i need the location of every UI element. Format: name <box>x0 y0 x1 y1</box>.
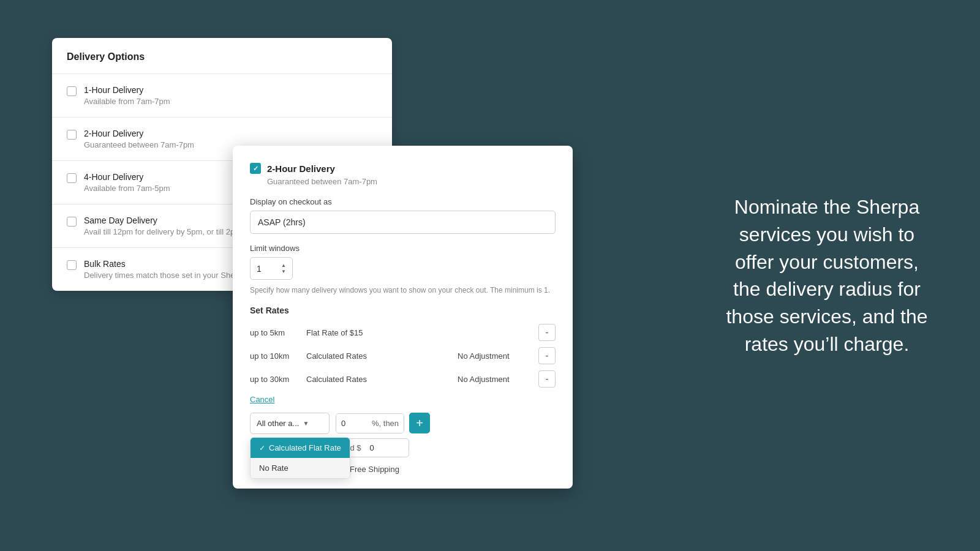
display-label: Display on checkout as <box>250 197 556 206</box>
dropdown-item-label-0: Calculated Flat Rate <box>269 443 341 452</box>
all-other-select[interactable]: All other a... ▼ <box>250 413 330 434</box>
checkbox-sameday[interactable] <box>67 217 77 227</box>
rate-distance-2: up to 30km <box>250 375 299 384</box>
percent-input-wrapper: %, then <box>336 413 404 433</box>
modal-panel: 2-Hour Delivery Guaranteed between 7am-7… <box>233 146 573 489</box>
item-title-sameday: Same Day Delivery <box>84 216 241 225</box>
checkbox-bulk[interactable] <box>67 260 77 270</box>
display-input[interactable] <box>250 211 556 234</box>
item-subtitle-2hour: Guaranteed between 7am-7pm <box>84 140 194 149</box>
add-row: All other a... ▼ ✓ Calculated Flat Rate … <box>250 413 556 489</box>
stepper-control[interactable]: 1 ▲ ▼ <box>250 257 293 280</box>
item-title-bulk: Bulk Rates <box>84 259 242 269</box>
free-shipping-label: Free Shipping <box>350 465 399 474</box>
checkbox-1hour[interactable] <box>67 86 77 96</box>
dollar-input[interactable] <box>366 439 397 457</box>
rate-adjustment-1: No Adjustment <box>458 351 531 361</box>
item-subtitle-1hour: Available from 7am-7pm <box>84 97 170 106</box>
checkbox-4hour[interactable] <box>67 173 77 183</box>
set-rates-label: Set Rates <box>250 305 556 315</box>
remove-btn-0[interactable]: - <box>538 324 556 341</box>
rate-distance-1: up to 10km <box>250 351 299 361</box>
rate-top-row: %, then + <box>336 413 430 433</box>
modal-header: 2-Hour Delivery <box>250 163 556 174</box>
rate-row-1: up to 10km Calculated Rates No Adjustmen… <box>250 347 556 364</box>
rate-row-0: up to 5km Flat Rate of $15 - <box>250 324 556 341</box>
item-title-1hour: 1-Hour Delivery <box>84 85 170 95</box>
item-subtitle-sameday: Avail till 12pm for delivery by 5pm, or … <box>84 227 241 236</box>
dropdown-item-calculated-flat[interactable]: ✓ Calculated Flat Rate <box>251 438 350 458</box>
help-text: Specify how many delivery windows you wa… <box>250 285 556 296</box>
rate-row-2: up to 30km Calculated Rates No Adjustmen… <box>250 370 556 388</box>
item-subtitle-bulk: Delivery times match those set in your S… <box>84 271 242 280</box>
stepper-down[interactable]: ▼ <box>281 269 286 275</box>
remove-btn-2[interactable]: - <box>538 370 556 388</box>
item-subtitle-4hour: Available from 7am-5pm <box>84 184 170 193</box>
item-title-2hour: 2-Hour Delivery <box>84 129 194 138</box>
all-other-label: All other a... <box>257 419 299 428</box>
rate-type-0: Flat Rate of $15 <box>306 328 450 337</box>
stepper-value: 1 <box>257 264 262 274</box>
select-arrow-icon: ▼ <box>303 420 309 427</box>
stepper-up[interactable]: ▲ <box>281 263 286 269</box>
dropdown-item-label-1: No Rate <box>259 463 288 473</box>
limit-windows-row: 1 ▲ ▼ <box>250 257 556 280</box>
rate-distance-0: up to 5km <box>250 328 299 337</box>
remove-btn-1[interactable]: - <box>538 347 556 364</box>
modal-checkbox[interactable] <box>250 163 261 174</box>
right-side-text: Nominate the Sherpa services you wish to… <box>723 193 931 358</box>
delivery-item-1hour: 1-Hour Delivery Available from 7am-7pm <box>52 73 392 117</box>
rate-type-dropdown: ✓ Calculated Flat Rate No Rate <box>250 437 350 479</box>
checkmark-icon: ✓ <box>259 444 265 452</box>
rate-type-1: Calculated Rates <box>306 351 450 361</box>
dropdown-item-no-rate[interactable]: No Rate <box>251 458 350 478</box>
rate-type-2: Calculated Rates <box>306 375 450 384</box>
rate-adjustment-2: No Adjustment <box>458 375 531 384</box>
panel-title: Delivery Options <box>52 38 392 73</box>
cancel-link[interactable]: Cancel <box>250 395 556 404</box>
modal-service-subtitle: Guaranteed between 7am-7pm <box>267 177 556 186</box>
percent-label: %, then <box>367 414 404 433</box>
right-side-text-block: Nominate the Sherpa services you wish to… <box>723 193 931 358</box>
rates-table: up to 5km Flat Rate of $15 - up to 10km … <box>250 324 556 388</box>
item-title-4hour: 4-Hour Delivery <box>84 172 170 182</box>
modal-service-title: 2-Hour Delivery <box>267 163 335 174</box>
limit-windows-label: Limit windows <box>250 244 556 253</box>
checkbox-2hour[interactable] <box>67 130 77 140</box>
percent-input[interactable] <box>336 414 367 433</box>
add-rate-button[interactable]: + <box>409 413 430 433</box>
